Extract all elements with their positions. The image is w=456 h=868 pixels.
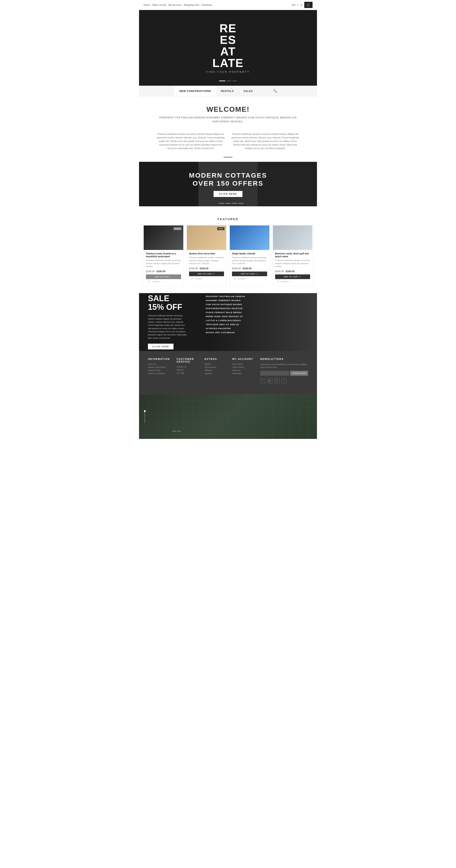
map-background: New York bbox=[139, 394, 317, 439]
compare-label[interactable]: compare bbox=[281, 280, 289, 283]
footer-link[interactable]: Delivery Information bbox=[148, 366, 170, 368]
wishlist-icon[interactable]: ♡ bbox=[247, 278, 249, 280]
add-to-cart-button[interactable]: ADD TO CART 🛒 bbox=[232, 272, 267, 276]
hero-dot-3[interactable] bbox=[232, 81, 237, 81]
footer-link[interactable]: Contact Us bbox=[176, 366, 198, 368]
tab-sales[interactable]: SALES bbox=[239, 86, 258, 96]
compare-icon[interactable]: ⇄ bbox=[148, 280, 150, 283]
product-badge: SALE bbox=[173, 227, 181, 230]
nav-wishlist[interactable]: Wish List (0) bbox=[152, 4, 166, 6]
product-badge: NEW bbox=[217, 227, 224, 230]
footer-link[interactable]: Order History bbox=[232, 366, 254, 368]
wishlist-icon[interactable]: ♡ bbox=[161, 280, 163, 283]
footer-col-1: CUSTOMER SERVICEContact UsReturnsSite Ma… bbox=[176, 358, 198, 383]
sale-list-item: ULTRICES PHASRTRX bbox=[206, 327, 245, 331]
cdot-3[interactable] bbox=[225, 203, 231, 204]
price-old: $150.00 bbox=[232, 267, 241, 270]
product-body: Single family, colonial Praesent vestibu… bbox=[230, 250, 269, 283]
compare-icon[interactable]: ⇄ bbox=[191, 278, 193, 280]
add-to-cart-button[interactable]: ADD TO CART 🛒 bbox=[275, 274, 310, 279]
footer-link[interactable]: Returns bbox=[176, 369, 198, 371]
product-prices: $150.00 $160.00 bbox=[189, 267, 224, 270]
wishlist-icon[interactable]: ♡ bbox=[291, 280, 292, 283]
tab-rentals[interactable]: RENTALS bbox=[216, 86, 239, 96]
footer-link[interactable]: My Account bbox=[232, 363, 254, 365]
newsletter-input[interactable] bbox=[260, 371, 289, 376]
hero-title: RE ES AT LATE bbox=[206, 23, 250, 69]
sale-content: SALE 15% OFF Praesent vestibulum aenean … bbox=[139, 294, 317, 349]
sale-title: SALE bbox=[148, 294, 188, 303]
welcome-col-2: Praesent vestibulum aenean nonummy enbre… bbox=[231, 132, 299, 150]
sale-list-item: NONUMMY ENBRERIT MAURIS bbox=[206, 299, 245, 303]
hero-content: RE ES AT LATE FIND YOUR PROPERTY bbox=[206, 23, 250, 73]
cottages-dots bbox=[213, 203, 243, 204]
subscribe-button[interactable]: SUBSCRIBE bbox=[290, 371, 308, 376]
footer-link[interactable]: Gift Vouchers bbox=[204, 366, 226, 368]
product-name: Bedroom condo, direct gulf and beach vie… bbox=[275, 252, 310, 258]
compare-label[interactable]: compare bbox=[152, 280, 160, 283]
social-icon-t[interactable]: t bbox=[282, 378, 287, 383]
footer-link[interactable]: Privacy Policy bbox=[148, 369, 170, 371]
hero-section: RE ES AT LATE FIND YOUR PROPERTY bbox=[139, 10, 317, 86]
add-to-cart-button[interactable]: ADD TO CART 🛒 bbox=[189, 272, 224, 276]
cart-button[interactable]: 🛒 bbox=[304, 2, 313, 8]
sale-list-item: PARTURIENTMONTES AECETUR bbox=[206, 307, 245, 310]
nav-account[interactable]: My Account bbox=[168, 4, 181, 6]
hero-dot-1[interactable] bbox=[219, 81, 225, 81]
nav-checkout[interactable]: Checkout bbox=[201, 4, 212, 6]
product-prices: $150.00 $160.00 bbox=[275, 270, 310, 273]
footer-link[interactable]: Affiliates bbox=[204, 369, 226, 371]
map-grid bbox=[139, 394, 317, 439]
compare-label[interactable]: compare bbox=[238, 278, 246, 280]
cdot-4[interactable] bbox=[232, 203, 237, 204]
footer-link[interactable]: About Us bbox=[148, 363, 170, 365]
footer-col-title: INFORMATION bbox=[148, 358, 170, 360]
product-actions: ⇄ compare ♡ bbox=[146, 279, 181, 284]
social-icon-in[interactable]: in bbox=[274, 378, 280, 383]
search-button[interactable]: 🔍 bbox=[269, 86, 282, 96]
compare-icon[interactable]: ⇄ bbox=[234, 278, 236, 280]
nav-links: Home | Wish List (0) | My Account | Shop… bbox=[143, 4, 212, 6]
footer-link[interactable]: Wish List bbox=[232, 369, 254, 371]
compare-label[interactable]: compare bbox=[195, 278, 203, 280]
cdot-1[interactable] bbox=[213, 203, 218, 204]
sale-list-item: TRISTIQUE ORCI AC SEM US bbox=[206, 322, 245, 327]
map-section: New York bbox=[139, 394, 317, 439]
product-card: Bedroom condo, direct gulf and beach vie… bbox=[273, 225, 313, 286]
cdot-2[interactable] bbox=[219, 203, 224, 204]
footer-link[interactable]: Terms & Conditions bbox=[148, 372, 170, 375]
footer-link[interactable]: Specials bbox=[204, 372, 226, 375]
newsletter-desc: Subscribe to our newsletter to receive n… bbox=[260, 363, 308, 369]
language-selector[interactable]: EN bbox=[292, 4, 295, 6]
tab-new-constructions[interactable]: NEW CONSTRUCTIONS bbox=[174, 86, 216, 96]
sale-list-item: PRAESENT VESTIBULUM AENEAN bbox=[206, 294, 245, 299]
add-to-cart-button[interactable]: ADD TO CART 🛒 bbox=[146, 274, 181, 279]
hero-dot-2[interactable] bbox=[227, 81, 231, 81]
footer-col-title: MY ACCOUNT bbox=[232, 358, 254, 360]
currency-selector[interactable]: S bbox=[300, 4, 302, 6]
cottages-click-here-button[interactable]: CLICK HERE bbox=[214, 191, 242, 197]
product-name: Queens drive horse farm bbox=[189, 252, 224, 255]
footer-link[interactable]: Newsletter bbox=[232, 372, 254, 375]
social-icon-f[interactable]: f bbox=[260, 378, 265, 383]
nav-cart[interactable]: Shopping Cart bbox=[184, 4, 199, 6]
map-pin-line bbox=[144, 412, 145, 423]
sale-list-item: LUCTUS & LOREM MACCENAS bbox=[206, 318, 245, 322]
cdot-5[interactable] bbox=[238, 203, 243, 204]
footer-link[interactable]: Brands bbox=[204, 363, 226, 365]
sale-click-here-button[interactable]: CLICK HERE bbox=[148, 344, 173, 349]
map-pin-dot bbox=[144, 410, 146, 412]
product-actions: ⇄ compare ♡ bbox=[232, 276, 267, 281]
welcome-title: WELCOME! bbox=[157, 105, 299, 114]
product-card: NEW Queens drive horse farm Praesent ves… bbox=[187, 225, 227, 286]
social-icon-g+[interactable]: g+ bbox=[267, 378, 272, 383]
product-image bbox=[273, 225, 313, 250]
hero-dots bbox=[219, 81, 237, 81]
nav-home[interactable]: Home bbox=[143, 4, 150, 6]
footer-col-title: EXTRAS bbox=[204, 358, 226, 360]
compare-icon[interactable]: ⇄ bbox=[278, 280, 279, 283]
cottages-overlay: MODERN COTTAGES OVER 150 OFFERS CLICK HE… bbox=[139, 162, 317, 206]
footer-link[interactable]: Site Map bbox=[176, 372, 198, 374]
product-image: NEW bbox=[187, 225, 226, 250]
product-name: Single family, colonial bbox=[232, 252, 267, 255]
